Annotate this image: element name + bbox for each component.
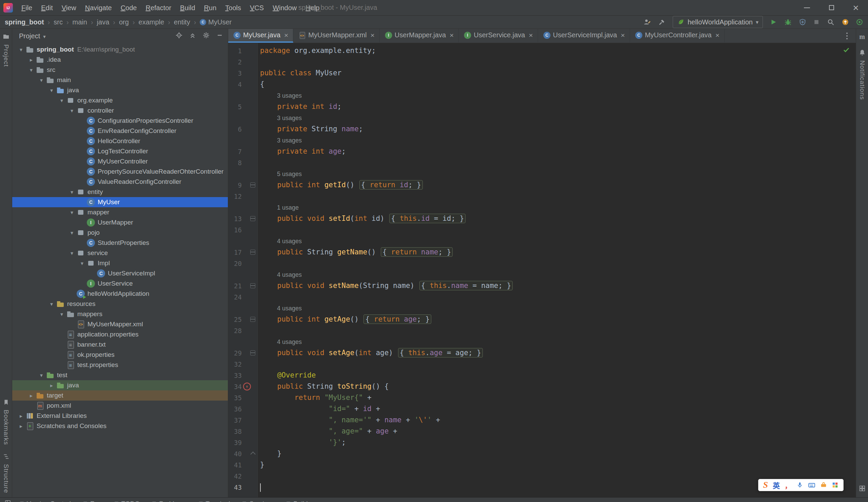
- menu-file[interactable]: File: [17, 0, 37, 16]
- chevron-down-icon[interactable]: [37, 77, 46, 83]
- ime-punctuation-icon[interactable]: ，: [785, 480, 792, 490]
- folded-region[interactable]: { return id; }: [359, 180, 423, 189]
- tree-item-main[interactable]: main: [12, 75, 228, 85]
- coverage-button[interactable]: [799, 18, 806, 26]
- chevron-down-icon[interactable]: [67, 107, 76, 114]
- tree-item-src[interactable]: src: [12, 65, 228, 75]
- tree-item-resources[interactable]: resources: [12, 299, 228, 309]
- tree-item-External Libraries[interactable]: External Libraries: [12, 411, 228, 421]
- locate-file-button[interactable]: [176, 32, 183, 40]
- tree-item-org.example[interactable]: org.example: [12, 95, 228, 105]
- folded-region[interactable]: { return age; }: [363, 315, 431, 324]
- tree-item-ok.properties[interactable]: ok.properties: [12, 350, 228, 360]
- user-icon[interactable]: [643, 18, 651, 26]
- editor-tab-MyUserController.java[interactable]: MyUserController.java: [630, 29, 725, 43]
- chevron-right-icon[interactable]: [47, 382, 56, 389]
- usages-hint[interactable]: 4 usages: [277, 338, 302, 345]
- tree-item-MyUserMapper.xml[interactable]: MyUserMapper.xml: [12, 319, 228, 329]
- tool-window-tab-maven[interactable]: [859, 29, 865, 45]
- menu-window[interactable]: Window: [268, 0, 301, 16]
- tree-item-banner.txt[interactable]: banner.txt: [12, 339, 228, 350]
- menu-refactor[interactable]: Refactor: [141, 0, 176, 16]
- tree-item-mapper[interactable]: mapper: [12, 207, 228, 217]
- statusbar-item-todo[interactable]: TODO: [114, 500, 140, 502]
- minimize-button[interactable]: [795, 0, 819, 16]
- editor-tab-UserServiceImpl.java[interactable]: UserServiceImpl.java: [538, 29, 630, 43]
- tree-item-controller[interactable]: controller: [12, 105, 228, 116]
- tool-window-tab-structure[interactable]: Structure: [2, 449, 10, 497]
- statusbar-item-problems[interactable]: Problems: [152, 500, 186, 502]
- chevron-down-icon[interactable]: [67, 250, 76, 256]
- fold-toggle-icon[interactable]: [242, 452, 258, 455]
- fold-toggle-icon[interactable]: [242, 350, 258, 356]
- chevron-right-icon[interactable]: [16, 423, 26, 429]
- editor-tab-UserMapper.java[interactable]: UserMapper.java: [380, 29, 459, 43]
- inspection-ok-icon[interactable]: [842, 46, 850, 55]
- breadcrumb-item-entity[interactable]: entity: [174, 18, 190, 26]
- folded-region[interactable]: { this.id = id; }: [389, 214, 466, 223]
- tree-item-test[interactable]: test: [12, 370, 228, 380]
- editor-tab-UserService.java[interactable]: UserService.java: [459, 29, 538, 43]
- menu-view[interactable]: View: [57, 0, 81, 16]
- ime-grid-icon[interactable]: [832, 482, 838, 489]
- tree-item-UserMapper[interactable]: UserMapper: [12, 217, 228, 228]
- folded-region[interactable]: { this.age = age; }: [398, 348, 483, 358]
- tab-close-icon[interactable]: [621, 31, 625, 39]
- chevron-down-icon[interactable]: [16, 47, 26, 53]
- tab-close-icon[interactable]: [284, 31, 288, 39]
- update-available-icon[interactable]: [841, 18, 849, 26]
- tree-item-entity[interactable]: entity: [12, 187, 228, 197]
- folded-region[interactable]: { return name; }: [381, 247, 453, 257]
- chevron-down-icon[interactable]: [77, 260, 87, 267]
- breadcrumb-item-example[interactable]: example: [139, 18, 164, 26]
- tool-window-tab-notifications[interactable]: Notifications: [858, 45, 866, 104]
- statusbar-item-services[interactable]: Services: [242, 500, 274, 502]
- editor-tab-MyUserMapper.xml[interactable]: MyUserMapper.xml: [293, 29, 380, 43]
- menu-build[interactable]: Build: [176, 0, 199, 16]
- code-with-me-icon[interactable]: [856, 18, 863, 26]
- build-hammer-icon[interactable]: [658, 18, 666, 26]
- tree-item-UserService[interactable]: UserService: [12, 278, 228, 289]
- tab-close-icon[interactable]: [715, 31, 720, 39]
- tree-item-target[interactable]: target: [12, 390, 228, 401]
- debug-button[interactable]: [784, 18, 792, 26]
- fold-toggle-icon[interactable]: [242, 250, 258, 255]
- tree-item-ConfigurationPropertiesController[interactable]: ConfigurationPropertiesController: [12, 116, 228, 126]
- tree-item-StudentProperties[interactable]: StudentProperties: [12, 238, 228, 248]
- tree-item-EnvReaderConfigController[interactable]: EnvReaderConfigController: [12, 126, 228, 136]
- keyboard-icon[interactable]: [808, 481, 815, 489]
- tool-window-tab-bookmarks[interactable]: Bookmarks: [2, 395, 10, 449]
- menu-tools[interactable]: Tools: [221, 0, 246, 16]
- tab-close-icon[interactable]: [371, 31, 375, 39]
- tree-item-MyUserController[interactable]: MyUserController: [12, 156, 228, 166]
- project-view-selector[interactable]: Project: [19, 32, 46, 40]
- override-gutter-icon[interactable]: [242, 382, 258, 390]
- statusbar-item-version-control[interactable]: Version Control: [20, 500, 71, 502]
- run-button[interactable]: [770, 18, 777, 26]
- menu-code[interactable]: Code: [116, 0, 141, 16]
- editor-pane[interactable]: 1package org.example.entity;23public cla…: [228, 43, 856, 502]
- fold-toggle-icon[interactable]: [242, 183, 258, 187]
- tree-item-ValueReaderConfigController[interactable]: ValueReaderConfigController: [12, 177, 228, 187]
- tree-item-java[interactable]: java: [12, 85, 228, 95]
- tree-item-test.properties[interactable]: test.properties: [12, 360, 228, 370]
- tree-item-UserServiceImpl[interactable]: UserServiceImpl: [12, 268, 228, 278]
- menu-edit[interactable]: Edit: [37, 0, 57, 16]
- menu-run[interactable]: Run: [200, 0, 221, 16]
- tab-options-icon[interactable]: [844, 32, 850, 40]
- tool-window-tab-layout[interactable]: [859, 481, 866, 497]
- chevron-down-icon[interactable]: [67, 189, 76, 195]
- breadcrumb-item-src[interactable]: src: [54, 18, 63, 26]
- usages-hint[interactable]: 1 usage: [277, 204, 299, 211]
- fold-toggle-icon[interactable]: [242, 283, 258, 288]
- tree-item-Impl[interactable]: Impl: [12, 258, 228, 268]
- chevron-right-icon[interactable]: [27, 392, 36, 399]
- usages-hint[interactable]: 3 usages: [277, 137, 302, 144]
- tree-item-HelloController[interactable]: HelloController: [12, 136, 228, 146]
- chevron-down-icon[interactable]: [47, 87, 56, 94]
- toolbox-icon[interactable]: [820, 482, 827, 489]
- statusbar-item-terminal[interactable]: Terminal: [199, 500, 230, 502]
- chevron-down-icon[interactable]: [67, 229, 76, 236]
- settings-gear-icon[interactable]: [203, 32, 209, 40]
- breadcrumb-item-MyUser[interactable]: MyUser: [200, 18, 231, 26]
